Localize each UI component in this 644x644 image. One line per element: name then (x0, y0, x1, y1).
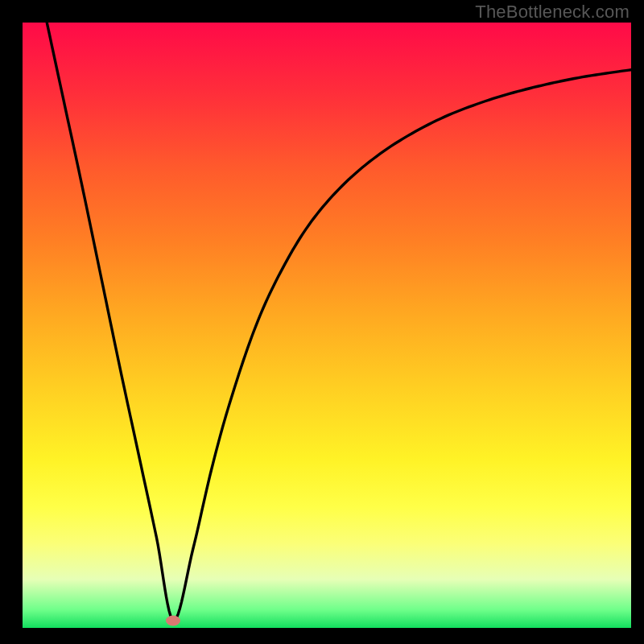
watermark-text: TheBottleneck.com (475, 2, 630, 23)
curve-svg (23, 23, 631, 628)
plot-area (23, 23, 631, 628)
minimum-marker (166, 615, 180, 625)
chart-frame: TheBottleneck.com (0, 0, 644, 644)
bottleneck-curve-path (47, 23, 631, 621)
